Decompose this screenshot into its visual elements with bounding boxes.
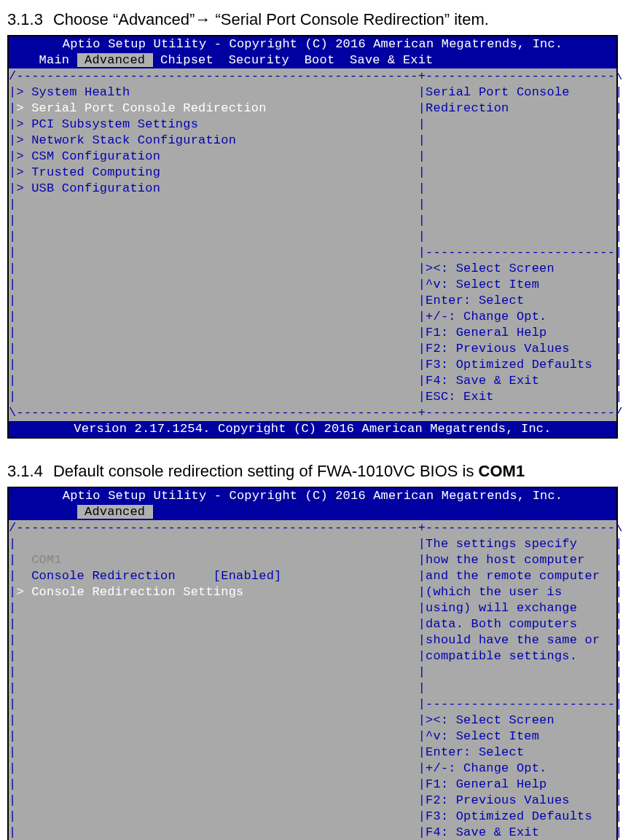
menubar-advanced-tab[interactable]: Advanced [77, 505, 153, 519]
bios-line: | |-------------------------| [9, 245, 616, 261]
menubar-right: Chipset Security Boot Save & Exit [153, 53, 616, 67]
bios-line: | |F1: General Help | [9, 777, 616, 793]
bios-footer: Version 2.17.1254. Copyright (C) 2016 Am… [9, 421, 616, 437]
bios-line: | | | [9, 664, 616, 680]
bios-line: | |F3: Optimized Defaults | [9, 357, 616, 373]
bios-line: |> Serial Port Console Redirection |Redi… [9, 101, 616, 117]
menubar-advanced-tab[interactable]: Advanced [77, 53, 153, 67]
bios-line: |> Trusted Computing | | [9, 165, 616, 181]
arrow-icon: → [195, 10, 211, 28]
caption-3-1-4: 3.1.4Default console redirection setting… [7, 462, 624, 481]
bios-line: | |^v: Select Item | [9, 729, 616, 745]
bios-line: | |Enter: Select | [9, 745, 616, 761]
caption-text-a: Choose “Advanced” [53, 10, 195, 28]
bios-line: | |compatible settings. | [9, 648, 616, 664]
bios-line: | |The settings specify | [9, 536, 616, 552]
caption-text-a: Default console redirection setting of F… [53, 462, 479, 480]
bios-line: \---------------------------------------… [9, 405, 616, 421]
caption-text-b: “Serial Port Console Redirection” item. [211, 10, 488, 28]
bios-line: | |should have the same or | [9, 632, 616, 648]
bios-line: | |F4: Save & Exit | [9, 373, 616, 389]
menubar-left: Main [9, 53, 77, 67]
bios-screenshot-1: Aptio Setup Utility - Copyright (C) 2016… [7, 35, 618, 439]
bios-line: | |ESC: Exit | [9, 389, 616, 405]
bios-title: Aptio Setup Utility - Copyright (C) 2016… [9, 488, 616, 504]
bios-line: | |><: Select Screen | [9, 261, 616, 277]
bios-line: |> PCI Subsystem Settings | | [9, 117, 616, 133]
bios-line: | |F2: Previous Values | [9, 341, 616, 357]
caption-3-1-3: 3.1.3Choose “Advanced”→ “Serial Port Con… [7, 10, 624, 29]
bios-menubar[interactable]: Main Advanced Chipset Security Boot Save… [9, 52, 616, 68]
caption-number: 3.1.4 [7, 462, 43, 480]
bios-line: | |F2: Previous Values | [9, 793, 616, 809]
bios-line: | COM1 |how the host computer | [9, 552, 616, 568]
bios-line: | | | [9, 197, 616, 213]
bios-line: | |-------------------------| [9, 696, 616, 713]
bios-line: | Console Redirection [Enabled] |and the… [9, 568, 616, 584]
bios-line: | | | [9, 213, 616, 229]
bios-line: | |F1: General Help | [9, 325, 616, 341]
bios-line: | |F4: Save & Exit | [9, 825, 616, 840]
bios-line: | |+/-: Change Opt. | [9, 309, 616, 325]
menubar-right [153, 505, 623, 519]
bios-line: | |using) will exchange | [9, 600, 616, 616]
bios-line: | |><: Select Screen | [9, 713, 616, 729]
bios-line: | |F3: Optimized Defaults | [9, 809, 616, 825]
menubar-left [9, 505, 77, 519]
bios-screenshot-2: Aptio Setup Utility - Copyright (C) 2016… [7, 487, 618, 840]
bios-line: | |^v: Select Item | [9, 277, 616, 293]
bios-line: | | | [9, 680, 616, 696]
bios-line: |> Console Redirection Settings |(which … [9, 584, 616, 600]
bios-line: /---------------------------------------… [9, 68, 616, 85]
bios-line: | |+/-: Change Opt. | [9, 761, 616, 777]
bios-line: | |data. Both computers | [9, 616, 616, 632]
bios-body-1: /---------------------------------------… [9, 68, 616, 421]
bios-line: |> USB Configuration | | [9, 181, 616, 197]
bios-line: /---------------------------------------… [9, 520, 616, 536]
caption-number: 3.1.3 [7, 10, 43, 28]
bios-menubar[interactable]: Advanced [9, 504, 616, 520]
bios-title: Aptio Setup Utility - Copyright (C) 2016… [9, 36, 616, 52]
bios-line: |> System Health |Serial Port Console | [9, 85, 616, 101]
bios-line: | | | [9, 229, 616, 245]
bios-line: |> Network Stack Configuration | | [9, 133, 616, 149]
bios-body-2: /---------------------------------------… [9, 520, 616, 840]
bios-line: |> CSM Configuration | | [9, 149, 616, 165]
bios-line: | |Enter: Select | [9, 293, 616, 309]
caption-bold: COM1 [479, 462, 525, 480]
